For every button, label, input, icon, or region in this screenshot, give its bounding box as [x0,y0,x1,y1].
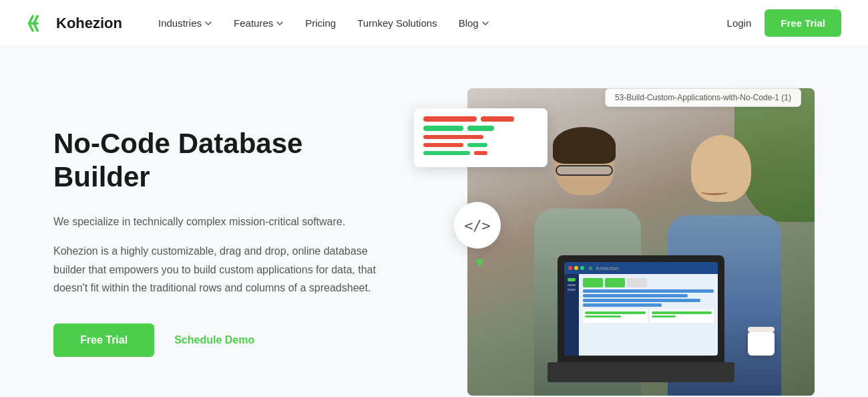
chevron-down-icon [481,19,489,27]
nav-item-pricing[interactable]: Pricing [296,12,345,34]
nav-item-features[interactable]: Features [224,12,293,34]
login-link[interactable]: Login [727,17,752,29]
hero-right: 53-Build-Custom-Applications-with-No-Cod… [427,88,815,396]
nav-links: Industries Features Pricing Turnkey Solu… [149,12,727,34]
code-icon-bubble: </> [454,202,501,249]
nav-item-industries[interactable]: Industries [149,12,222,34]
hero-description: Kohezion is a highly customizable, drag … [53,242,401,297]
nav-item-turnkey[interactable]: Turnkey Solutions [348,12,447,34]
chevron-down-icon [276,19,284,27]
image-tooltip: 53-Build-Custom-Applications-with-No-Cod… [605,88,801,107]
logo-icon [27,11,51,35]
logo[interactable]: Kohezion [27,11,122,35]
hero-buttons: Free Trial Schedule Demo [53,323,401,357]
hero-subtitle: We specialize in technically complex mis… [53,213,401,231]
chevron-down-icon [204,19,212,27]
hero-title: No-Code Database Builder [53,127,401,194]
hero-left: No-Code Database Builder We specialize i… [53,127,427,357]
hero-free-trial-button[interactable]: Free Trial [53,323,154,357]
nav-item-blog[interactable]: Blog [449,12,499,34]
nav-right: Login Free Trial [727,9,841,37]
arrow-down-icon: ▼ [473,255,486,271]
hero-schedule-demo-button[interactable]: Schedule Demo [174,334,254,346]
navbar: Kohezion Industries Features Pricing Tur… [0,0,868,47]
brand-name: Kohezion [56,15,122,32]
floating-ui-card [414,108,548,167]
hero-section: No-Code Database Builder We specialize i… [0,47,868,397]
nav-free-trial-button[interactable]: Free Trial [765,9,841,37]
